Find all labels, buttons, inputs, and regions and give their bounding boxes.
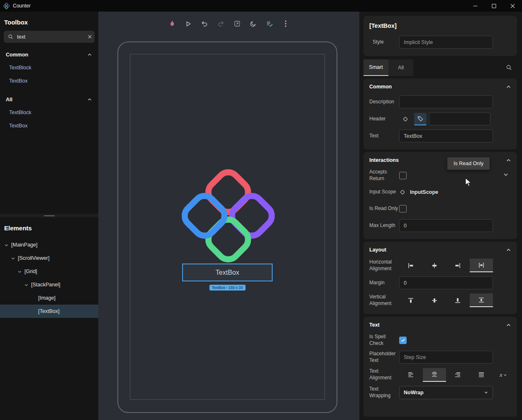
v-align-top-button[interactable] [399,293,423,307]
properties-search-icon[interactable] [506,64,512,71]
tree-item-stackpanel[interactable]: [StackPanel] [0,278,98,291]
toolbox-search[interactable] [4,31,95,43]
toolbox-item-textbox[interactable]: TextBox [0,119,98,132]
play-icon[interactable] [183,18,194,29]
hot-reload-status-icon[interactable] [264,18,275,29]
description-label: Description [369,99,399,105]
tree-item-textbox[interactable]: [TextBox] [0,305,98,318]
x-glyph: x [500,371,502,378]
text-wrapping-value: NoWrap [404,390,424,396]
section-layout-title: Layout [369,247,386,253]
toolbox-section-all[interactable]: All [0,93,98,106]
v-align-bottom-button[interactable] [446,293,470,307]
tree-item-label: [ScrollViewer] [18,255,49,261]
binding-diamond-icon[interactable] [399,113,412,125]
text-wrapping-label: Text Wrapping [369,386,399,399]
section-common: Common Description Header [363,78,517,149]
toolbox-item-textblock[interactable]: TextBlock [0,106,98,119]
h-align-center-button[interactable] [423,259,446,272]
inspect-element-icon[interactable] [232,18,242,29]
h-align-left-button[interactable] [399,259,423,272]
toolbox-title: Toolbox [0,12,98,31]
chevron-down-icon[interactable] [11,256,15,261]
is-read-only-label: Is Read Only [369,205,399,212]
section-interactions-title: Interactions [369,157,399,163]
h-align-stretch-button[interactable] [470,259,493,272]
placeholder-text-input[interactable] [399,351,493,364]
chevron-up-icon[interactable] [87,97,92,102]
input-scope-value[interactable]: InputScope [410,189,438,195]
tab-smart[interactable]: Smart [363,59,388,76]
accepts-return-checkbox[interactable] [399,172,407,179]
minimize-button[interactable] [466,0,485,12]
toolbox-search-input[interactable] [17,34,84,40]
chevron-down-icon[interactable] [17,269,22,274]
spell-check-checkbox[interactable] [399,337,407,344]
chevron-down-icon[interactable] [24,283,29,287]
toolbox-section-common[interactable]: Common [0,49,98,61]
text-wrapping-dropdown[interactable]: NoWrap [399,386,493,399]
tree-item-mainpage[interactable]: [MainPage] [0,238,98,252]
inspector-tabs: Smart All [363,59,517,76]
h-align-right-button[interactable] [446,259,470,272]
hot-design-flame-icon[interactable] [167,18,178,29]
theme-moon-icon[interactable] [248,18,259,29]
app-logo-image [179,166,277,266]
tree-item-image[interactable]: [Image] [0,291,98,305]
x-expression-dropdown[interactable]: x [500,371,517,378]
max-length-input[interactable] [399,219,493,232]
chevron-up-icon[interactable] [506,158,511,163]
text-align-left-button[interactable] [399,368,423,382]
v-align-stretch-button[interactable] [470,293,493,307]
is-read-only-tooltip-button[interactable]: Is Read Only [447,157,490,170]
margin-label: Margin [369,280,399,286]
section-common-title: Common [369,84,392,90]
text-alignment-group [399,368,493,382]
close-button[interactable] [503,0,522,12]
clear-search-icon[interactable] [88,34,92,39]
window-title: Counter [13,3,31,9]
text-align-justify-button[interactable] [470,368,493,382]
more-options-icon[interactable] [280,18,291,29]
style-input[interactable] [399,36,493,49]
description-input[interactable] [399,95,493,108]
accepts-return-label: Accepts Return [369,169,399,182]
is-read-only-checkbox[interactable] [399,205,407,212]
app-logo-icon [3,3,10,9]
tree-item-scrollviewer[interactable]: [ScrollViewer] [0,252,98,265]
chevron-up-icon[interactable] [506,322,511,328]
max-length-label: Max Length [369,222,399,229]
maximize-button[interactable] [485,0,503,12]
left-sidebar: Toolbox Common TextBlock TextBox All [0,12,98,420]
redo-icon[interactable] [215,18,226,29]
inspector-header-card: [TextBox] Style [363,16,517,56]
app-window: Counter Toolbox [0,0,522,420]
v-align-center-button[interactable] [423,293,446,307]
header-input[interactable] [429,112,490,125]
toolbox-item-textblock[interactable]: TextBlock [0,61,98,74]
chevron-down-icon[interactable] [4,243,9,247]
chevron-up-icon[interactable] [506,84,511,90]
horizontal-alignment-group [399,259,493,272]
text-align-right-button[interactable] [446,368,470,382]
tree-item-label: [MainPage] [11,242,37,248]
chevron-up-icon[interactable] [506,247,511,253]
vertical-alignment-group [399,293,493,307]
section-text-title: Text [369,322,380,328]
tag-icon[interactable] [414,113,427,125]
header-label: Header [369,116,399,122]
tab-all[interactable]: All [388,59,413,76]
binding-diamond-icon[interactable] [399,189,406,195]
panel-splitter[interactable] [0,214,98,217]
toolbox-item-textbox[interactable]: TextBox [0,74,98,88]
undo-icon[interactable] [199,18,210,29]
canvas-textbox-element[interactable]: TextBox [182,264,273,281]
text-input[interactable] [399,129,493,142]
margin-input[interactable] [399,276,493,289]
row-expander-chevron-down-icon[interactable] [503,172,509,178]
text-align-center-button[interactable] [423,368,446,382]
tree-item-label: [Image] [38,295,56,301]
chevron-up-icon[interactable] [87,52,92,57]
tree-item-grid[interactable]: [Grid] [0,265,98,278]
design-canvas[interactable]: TextBox TextBox - 150 x 33 [98,12,359,420]
